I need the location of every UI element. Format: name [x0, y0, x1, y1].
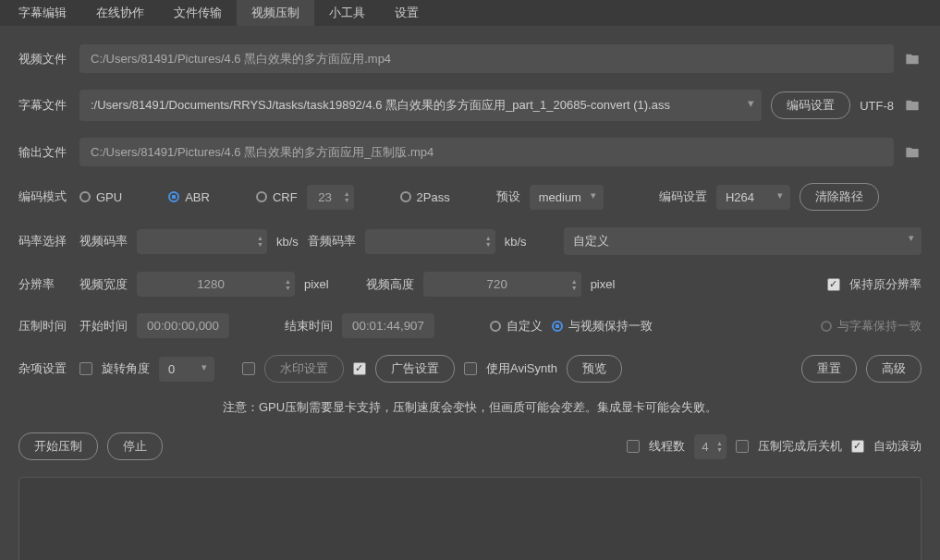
audio-bitrate-input[interactable]: ▲▼: [365, 229, 495, 254]
rotate-label: 旋转角度: [102, 360, 150, 377]
misc-label: 杂项设置: [18, 360, 70, 377]
radio-sync-video[interactable]: 与视频保持一致: [552, 318, 653, 335]
radio-abr[interactable]: ABR: [168, 190, 210, 204]
bitrate-select-label: 码率选择: [18, 233, 70, 250]
tab-file-transfer[interactable]: 文件传输: [159, 0, 237, 26]
preview-button[interactable]: 预览: [567, 355, 622, 383]
video-bitrate-input[interactable]: ▲▼: [137, 229, 267, 254]
kbps-unit-1: kb/s: [276, 235, 299, 249]
shutdown-checkbox[interactable]: [736, 440, 749, 453]
radio-2pass[interactable]: 2Pass: [400, 190, 450, 204]
video-bitrate-label: 视频码率: [79, 233, 128, 250]
keep-resolution-checkbox[interactable]: [827, 278, 840, 291]
tab-settings[interactable]: 设置: [380, 0, 433, 26]
output-file-label: 输出文件: [18, 144, 70, 161]
encode-mode-label: 编码模式: [18, 189, 70, 205]
reset-button[interactable]: 重置: [801, 355, 857, 383]
audio-bitrate-label: 音频码率: [308, 233, 356, 250]
ad-checkbox[interactable]: [353, 362, 366, 375]
subtitle-file-select[interactable]: :/Users/81491/Documents/RRYSJ/tasks/task…: [79, 90, 762, 121]
log-output: [18, 477, 922, 560]
ad-setting-button[interactable]: 广告设置: [375, 355, 455, 383]
end-time-input[interactable]: [342, 313, 434, 338]
avisynth-checkbox[interactable]: [464, 362, 477, 375]
threads-label: 线程数: [649, 438, 685, 455]
chevron-up-icon[interactable]: ▲: [344, 190, 350, 197]
end-time-label: 结束时间: [285, 318, 333, 335]
video-file-label: 视频文件: [18, 51, 70, 67]
chevron-down-icon[interactable]: ▼: [344, 197, 350, 203]
gpu-notice: 注意：GPU压制需要显卡支持，压制速度会变快，但画质可能会变差。集成显卡可能会失…: [18, 399, 922, 416]
threads-checkbox[interactable]: [627, 440, 640, 453]
stop-button[interactable]: 停止: [107, 432, 163, 460]
width-input[interactable]: ▲▼: [137, 272, 295, 297]
video-height-label: 视频高度: [366, 276, 414, 293]
video-file-input[interactable]: [79, 44, 894, 73]
start-button[interactable]: 开始压制: [18, 432, 98, 460]
tab-tools[interactable]: 小工具: [314, 0, 380, 26]
preset-select[interactable]: medium: [530, 185, 604, 210]
rotate-select[interactable]: 0: [159, 357, 214, 382]
tab-subtitle-edit[interactable]: 字幕编辑: [4, 0, 81, 26]
kbps-unit-2: kb/s: [505, 235, 527, 249]
shutdown-label: 压制完成后关机: [758, 438, 842, 455]
avisynth-label: 使用AviSynth: [486, 360, 557, 377]
rotate-checkbox[interactable]: [79, 362, 92, 375]
radio-time-custom[interactable]: 自定义: [490, 318, 543, 335]
start-time-input[interactable]: [137, 313, 229, 338]
height-input[interactable]: ▲▼: [423, 272, 581, 297]
keep-resolution-label: 保持原分辨率: [849, 276, 922, 293]
tab-video-compress[interactable]: 视频压制: [237, 0, 314, 26]
autoscroll-label: 自动滚动: [873, 438, 922, 455]
video-width-label: 视频宽度: [79, 276, 128, 293]
radio-crf[interactable]: CRF: [256, 190, 298, 204]
radio-gpu[interactable]: GPU: [79, 190, 122, 204]
start-time-label: 开始时间: [79, 318, 128, 335]
crf-spinner[interactable]: ▲▼: [307, 185, 354, 210]
bitrate-preset-select[interactable]: 自定义: [564, 227, 922, 255]
clear-path-button[interactable]: 清除路径: [800, 183, 879, 211]
watermark-checkbox[interactable]: [242, 362, 255, 375]
compress-time-label: 压制时间: [18, 318, 70, 335]
subtitle-file-label: 字幕文件: [18, 97, 70, 114]
tab-online-collab[interactable]: 在线协作: [81, 0, 159, 26]
resolution-label: 分辨率: [18, 276, 70, 293]
preset-label: 预设: [496, 189, 520, 205]
codec-select[interactable]: H264: [716, 185, 790, 210]
threads-input[interactable]: ▲▼: [694, 434, 726, 459]
folder-icon-video[interactable]: [903, 52, 922, 67]
autoscroll-checkbox[interactable]: [851, 440, 864, 453]
charset-label: UTF-8: [860, 99, 894, 113]
output-file-input[interactable]: [79, 138, 894, 166]
pixel-unit-1: pixel: [304, 277, 329, 291]
watermark-button[interactable]: 水印设置: [264, 355, 344, 383]
encoding-setting-button[interactable]: 编码设置: [771, 91, 850, 119]
main-tabs: 字幕编辑 在线协作 文件传输 视频压制 小工具 设置: [0, 0, 940, 26]
pixel-unit-2: pixel: [591, 277, 616, 291]
encode-setting-label: 编码设置: [659, 189, 707, 205]
folder-icon-output[interactable]: [903, 145, 922, 160]
advanced-button[interactable]: 高级: [866, 355, 922, 383]
radio-sync-subtitle[interactable]: 与字幕保持一致: [821, 318, 922, 335]
folder-icon-subtitle[interactable]: [903, 98, 922, 113]
